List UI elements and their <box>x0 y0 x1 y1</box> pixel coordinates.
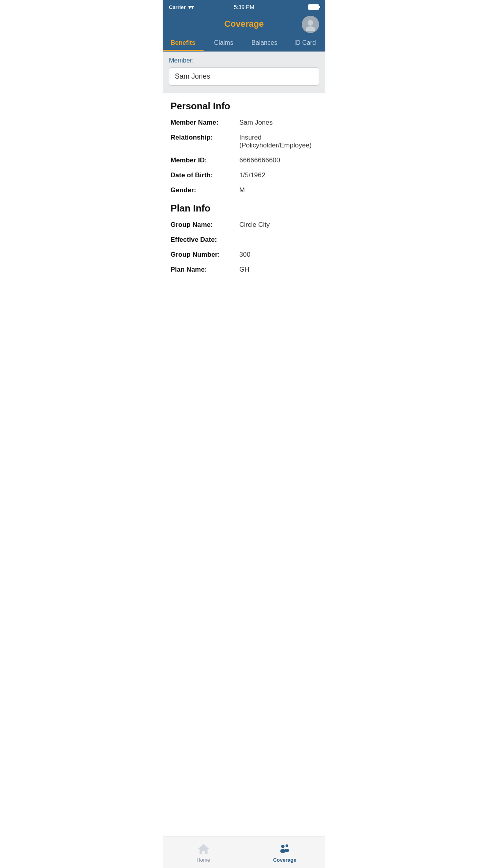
relationship-label: Relationship: <box>171 134 239 142</box>
member-name-row: Member Name: Sam Jones <box>171 119 317 127</box>
status-time: 5:39 PM <box>234 4 254 10</box>
plan-info-title: Plan Info <box>171 203 317 214</box>
dob-label: Date of Birth: <box>171 171 239 179</box>
member-name-value: Sam Jones <box>239 119 273 127</box>
tab-claims[interactable]: Claims <box>204 35 244 51</box>
effective-date-row: Effective Date: <box>171 236 317 244</box>
member-value: Sam Jones <box>175 72 210 81</box>
group-number-value: 300 <box>239 251 250 259</box>
status-right <box>308 4 319 10</box>
dob-value: 1/5/1962 <box>239 171 265 179</box>
wifi-icon: ▾▾ <box>188 4 194 10</box>
member-label: Member: <box>169 57 319 64</box>
app-header: Coverage <box>163 14 325 35</box>
tab-bar: Benefits Claims Balances ID Card <box>163 35 325 51</box>
group-number-label: Group Number: <box>171 251 239 259</box>
plan-name-label: Plan Name: <box>171 266 239 274</box>
member-section: Member: Sam Jones <box>163 51 325 93</box>
main-content: Personal Info Member Name: Sam Jones Rel… <box>163 93 325 320</box>
tab-balances[interactable]: Balances <box>244 35 285 51</box>
tab-benefits[interactable]: Benefits <box>163 35 204 51</box>
member-id-label: Member ID: <box>171 156 239 164</box>
dob-row: Date of Birth: 1/5/1962 <box>171 171 317 179</box>
gender-label: Gender: <box>171 186 239 194</box>
user-icon <box>304 18 317 31</box>
relationship-value: Insured (Policyholder/Employee) <box>239 134 317 149</box>
tab-idcard-label: ID Card <box>294 39 316 46</box>
group-number-row: Group Number: 300 <box>171 251 317 259</box>
group-name-row: Group Name: Circle City <box>171 221 317 229</box>
member-id-value: 66666666600 <box>239 156 280 164</box>
member-name-label: Member Name: <box>171 119 239 127</box>
effective-date-label: Effective Date: <box>171 236 239 244</box>
group-name-value: Circle City <box>239 221 270 229</box>
member-selector[interactable]: Sam Jones <box>169 67 319 86</box>
battery-icon <box>308 4 319 10</box>
tab-claims-label: Claims <box>214 39 233 46</box>
avatar-circle <box>302 16 319 33</box>
gender-row: Gender: M <box>171 186 317 194</box>
personal-info-title: Personal Info <box>171 101 317 112</box>
group-name-label: Group Name: <box>171 221 239 229</box>
tab-balances-label: Balances <box>251 39 277 46</box>
svg-point-0 <box>308 20 313 26</box>
plan-name-value: GH <box>239 266 250 274</box>
avatar[interactable] <box>302 16 319 33</box>
status-left: Carrier ▾▾ <box>169 4 194 10</box>
status-bar: Carrier ▾▾ 5:39 PM <box>163 0 325 14</box>
plan-name-row: Plan Name: GH <box>171 266 317 274</box>
relationship-row: Relationship: Insured (Policyholder/Empl… <box>171 134 317 149</box>
tab-idcard[interactable]: ID Card <box>285 35 326 51</box>
member-id-row: Member ID: 66666666600 <box>171 156 317 164</box>
carrier-text: Carrier <box>169 4 186 10</box>
app-title: Coverage <box>224 19 264 29</box>
svg-point-1 <box>306 26 315 31</box>
gender-value: M <box>239 186 245 194</box>
tab-benefits-label: Benefits <box>171 39 195 46</box>
